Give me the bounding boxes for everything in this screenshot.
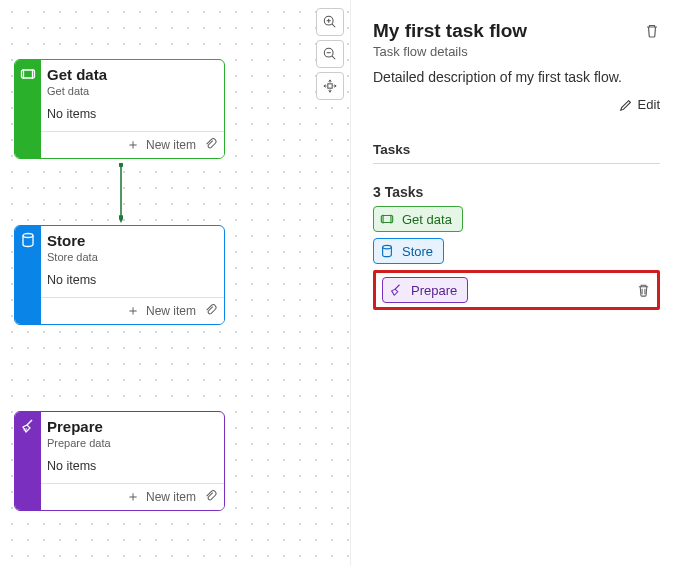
fit-view-button[interactable] [316, 72, 344, 100]
node-subtitle: Prepare data [41, 437, 224, 453]
node-title: Get data [41, 60, 224, 85]
attach-icon[interactable] [204, 138, 218, 152]
node-strip [15, 226, 41, 324]
zoom-out-button[interactable] [316, 40, 344, 68]
new-item-button[interactable]: New item [146, 138, 196, 152]
svg-line-5 [332, 56, 335, 59]
node-noitems: No items [41, 453, 224, 483]
zoom-in-icon [323, 15, 337, 29]
details-subtitle: Task flow details [373, 44, 660, 59]
database-icon [380, 244, 394, 258]
trash-icon [644, 23, 660, 39]
flow-node-store[interactable]: Store Store data No items ＋ New item [14, 225, 225, 325]
zoom-in-button[interactable] [316, 8, 344, 36]
scroll-icon [380, 212, 394, 226]
delete-task-button[interactable] [636, 283, 651, 298]
flow-node-prepare[interactable]: Prepare Prepare data No items ＋ New item [14, 411, 225, 511]
edit-button[interactable]: Edit [638, 97, 660, 112]
svg-rect-7 [328, 84, 332, 88]
scroll-icon [20, 66, 36, 82]
svg-point-20 [383, 245, 392, 249]
broom-icon [389, 283, 403, 297]
trash-icon [636, 283, 651, 298]
zoom-controls [316, 8, 344, 100]
node-subtitle: Get data [41, 85, 224, 101]
new-item-button[interactable]: New item [146, 304, 196, 318]
node-noitems: No items [41, 101, 224, 131]
task-pill-label: Prepare [411, 283, 457, 298]
new-item-button[interactable]: New item [146, 490, 196, 504]
node-title: Store [41, 226, 224, 251]
database-icon [20, 232, 36, 248]
svg-line-14 [27, 420, 32, 425]
node-title: Prepare [41, 412, 224, 437]
task-pill-label: Store [402, 244, 433, 259]
details-title: My first task flow [373, 20, 527, 42]
task-pill-store[interactable]: Store [373, 238, 444, 264]
broom-icon [20, 418, 36, 434]
flow-connector [119, 163, 123, 225]
svg-line-16 [26, 429, 27, 432]
zoom-out-icon [323, 47, 337, 61]
delete-flow-button[interactable] [644, 23, 660, 39]
pencil-icon [619, 98, 633, 112]
details-panel: My first task flow Task flow details Det… [350, 0, 678, 566]
plus-icon: ＋ [126, 488, 140, 506]
node-subtitle: Store data [41, 251, 224, 267]
task-count: 3 Tasks [373, 184, 660, 200]
task-pill-label: Get data [402, 212, 452, 227]
flow-canvas[interactable]: Get data Get data No items ＋ New item St… [0, 0, 350, 566]
node-noitems: No items [41, 267, 224, 297]
svg-point-13 [23, 234, 33, 238]
task-row-selected: Prepare [373, 270, 660, 310]
attach-icon[interactable] [204, 490, 218, 504]
task-pill-prepare[interactable]: Prepare [382, 277, 468, 303]
plus-icon: ＋ [126, 136, 140, 154]
details-description: Detailed description of my first task fl… [373, 69, 660, 85]
svg-line-21 [395, 285, 399, 289]
task-pill-get-data[interactable]: Get data [373, 206, 463, 232]
svg-line-1 [332, 24, 335, 27]
attach-icon[interactable] [204, 304, 218, 318]
node-strip [15, 60, 41, 158]
plus-icon: ＋ [126, 302, 140, 320]
tasks-heading: Tasks [373, 142, 660, 164]
fit-view-icon [323, 79, 337, 93]
flow-node-get-data[interactable]: Get data Get data No items ＋ New item [14, 59, 225, 159]
node-strip [15, 412, 41, 510]
